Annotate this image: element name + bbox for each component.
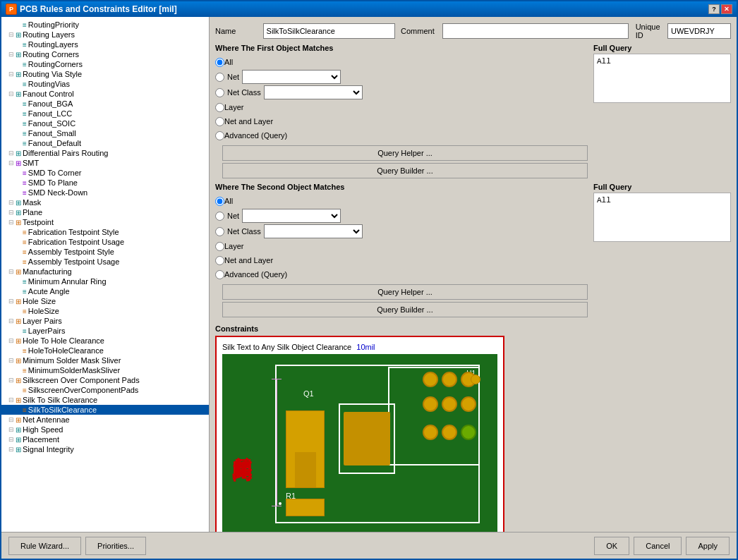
tree-item-mask[interactable]: ⊟ ⊞ Mask [1, 197, 209, 207]
second-net-radio[interactable] [215, 212, 224, 221]
tree-item-hole-size[interactable]: ⊟ ⊞ Hole Size [1, 296, 209, 306]
second-query-helper-button[interactable]: Query Helper ... [222, 284, 588, 300]
first-advanced-radio[interactable] [215, 131, 224, 140]
tree-item-assembly-testpoint-usage[interactable]: ≡ Assembly Testpoint Usage [1, 257, 209, 267]
tree-item-routing-corners[interactable]: ⊟ ⊞ Routing Corners [1, 49, 209, 59]
second-full-query-text: All [593, 193, 731, 242]
tree-item-manufacturing[interactable]: ⊟ ⊞ Manufacturing [1, 267, 209, 276]
tree-item-routing-layers[interactable]: ⊟ ⊞ Routing Layers [1, 30, 209, 39]
ok-button[interactable]: OK [594, 537, 629, 555]
name-input[interactable] [263, 23, 395, 39]
first-net-dropdown[interactable] [242, 70, 341, 84]
tree-item-silkscreen-over[interactable]: ⊟ ⊞ Silkscreen Over Component Pads [1, 375, 209, 385]
tree-item-fanout-small[interactable]: ≡ Fanout_Small [1, 128, 209, 138]
tree-item-routing-via-style[interactable]: ⊟ ⊞ Routing Via Style [1, 69, 209, 79]
tree-item-routing-corners-child[interactable]: ≡ RoutingCorners [1, 59, 209, 69]
first-object-buttons: Query Helper ... Query Builder ... [215, 145, 588, 178]
tree-item-fanout-default[interactable]: ≡ Fanout_Default [1, 138, 209, 148]
tree-item-layerpairs[interactable]: ≡ LayerPairs [1, 326, 209, 336]
measure-line-h-top [272, 379, 282, 379]
tree-item-net-antennae[interactable]: ⊟ ⊞ Net Antennae [1, 415, 209, 425]
first-netclass-radio[interactable] [215, 88, 224, 97]
tree-label-min-solder-mask: Minimum Solder Mask Sliver [23, 356, 121, 365]
help-button[interactable]: ? [708, 4, 720, 14]
tree-item-holesize[interactable]: ≡ HoleSize [1, 306, 209, 316]
tree-item-testpoint[interactable]: ⊟ ⊞ Testpoint [1, 217, 209, 227]
tree-item-smd-neckdown[interactable]: ≡ SMD Neck-Down [1, 188, 209, 197]
right-bot-circles [423, 425, 476, 440]
preview-title: Silk Text to Any Silk Object Clearance 1… [222, 343, 497, 351]
tree-item-fanout-lcc[interactable]: ≡ Fanout_LCC [1, 109, 209, 118]
tree-item-min-solder-mask-child[interactable]: ≡ MinimumSolderMaskSliver [1, 365, 209, 375]
tree-item-layer-pairs[interactable]: ⊟ ⊞ Layer Pairs [1, 316, 209, 326]
circle-9 [461, 425, 476, 440]
tree-item-smd-corner[interactable]: ≡ SMD To Corner [1, 168, 209, 178]
second-object-buttons: Query Helper ... Query Builder ... [215, 284, 588, 317]
tree-item-fanout-soic[interactable]: ≡ Fanout_SOIC [1, 118, 209, 128]
second-net-dropdown[interactable] [242, 209, 341, 223]
tree-item-placement[interactable]: ⊟ ⊞ Placement [1, 434, 209, 444]
first-net-radio[interactable] [215, 73, 224, 82]
window-title: PCB Rules and Constraints Editor [mil] [20, 4, 177, 14]
tree-item-routing-priority[interactable]: ≡ RoutingPriority [1, 20, 209, 30]
close-button[interactable]: ✕ [721, 4, 732, 14]
second-full-query: Full Query All [593, 183, 731, 317]
tree-item-min-annular[interactable]: ≡ Minimum Annular Ring [1, 276, 209, 286]
second-full-query-label: Full Query [593, 183, 731, 191]
priorities-button[interactable]: Priorities... [85, 537, 146, 555]
tree-item-assembly-testpoint-style[interactable]: ≡ Assembly Testpoint Style [1, 247, 209, 257]
second-query-builder-button[interactable]: Query Builder ... [222, 302, 588, 317]
cancel-button[interactable]: Cancel [634, 537, 682, 555]
tree-item-acute-angle[interactable]: ≡ Acute Angle [1, 286, 209, 296]
tree-label-fanout-default: Fanout_Default [28, 139, 81, 147]
tree-item-fab-testpoint-style[interactable]: ≡ Fabrication Testpoint Style [1, 227, 209, 237]
title-bar: P PCB Rules and Constraints Editor [mil]… [1, 1, 737, 17]
main-window: P PCB Rules and Constraints Editor [mil]… [0, 0, 738, 560]
pcb-board: U1 Q1 [261, 354, 497, 532]
unique-id-input[interactable] [667, 23, 731, 39]
second-layer-radio[interactable] [215, 242, 224, 251]
tree-item-plane[interactable]: ⊟ ⊞ Plane [1, 207, 209, 217]
name-row: Name Comment Unique ID [215, 23, 731, 39]
tree-item-routing-layers-child[interactable]: ≡ RoutingLayers [1, 39, 209, 49]
tree-item-hole-to-hole[interactable]: ⊟ ⊞ Hole To Hole Clearance [1, 336, 209, 346]
tree-item-silkscreen-over-child[interactable]: ≡ SilkscreenOverComponentPads [1, 385, 209, 395]
first-query-builder-button[interactable]: Query Builder ... [222, 163, 588, 178]
tree-item-high-speed[interactable]: ⊟ ⊞ High Speed [1, 425, 209, 434]
second-all-row: All [215, 194, 588, 208]
tree-item-routing-vias[interactable]: ≡ RoutingVias [1, 79, 209, 89]
apply-button[interactable]: Apply [686, 537, 730, 555]
first-layer-radio[interactable] [215, 103, 224, 112]
tree-item-silk-to-silk[interactable]: ⊟ ⊞ Silk To Silk Clearance [1, 395, 209, 405]
second-netandlayer-radio[interactable] [215, 256, 224, 265]
tree-item-diff-pairs[interactable]: ⊟ ⊞ Differential Pairs Routing [1, 148, 209, 158]
first-netclass-dropdown[interactable] [264, 85, 363, 99]
tree-item-fab-testpoint-usage[interactable]: ≡ Fabrication Testpoint Usage [1, 237, 209, 247]
first-full-query-label: Full Query [593, 44, 731, 52]
first-all-radio[interactable] [215, 58, 224, 67]
second-all-radio[interactable] [215, 197, 224, 206]
second-layer-row: Layer [215, 239, 588, 253]
measure-line-v [277, 379, 277, 506]
second-netclass-dropdown[interactable] [264, 224, 363, 238]
tree-item-signal-integrity[interactable]: ⊟ ⊞ Signal Integrity [1, 444, 209, 454]
first-query-helper-button[interactable]: Query Helper ... [222, 145, 588, 161]
tree-label-hole-to-hole: Hole To Hole Clearance [23, 336, 104, 345]
second-netclass-label: Net Class [227, 227, 261, 236]
first-netandlayer-radio[interactable] [215, 117, 224, 126]
comment-input[interactable] [442, 23, 628, 39]
second-advanced-radio[interactable] [215, 270, 224, 279]
comment-label: Comment [401, 27, 442, 35]
second-netclass-radio[interactable] [215, 227, 224, 236]
tree-item-min-solder-mask[interactable]: ⊟ ⊞ Minimum Solder Mask Sliver [1, 355, 209, 365]
tree-label-hole-size: Hole Size [23, 297, 56, 305]
tree-item-holetoholeclearance[interactable]: ≡ HoleToHoleClearance [1, 346, 209, 355]
tree-item-smt[interactable]: ⊟ ⊞ SMT [1, 158, 209, 168]
rule-wizard-button[interactable]: Rule Wizard... [8, 537, 81, 555]
tree-item-silk-to-silk-child[interactable]: ≡ SilkToSilkClearance [1, 405, 209, 415]
first-all-row: All [215, 55, 588, 69]
tree-item-smd-plane[interactable]: ≡ SMD To Plane [1, 178, 209, 188]
second-net-label: Net [227, 212, 239, 220]
tree-item-fanout-bga[interactable]: ≡ Fanout_BGA [1, 99, 209, 109]
tree-item-fanout-control[interactable]: ⊟ ⊞ Fanout Control [1, 89, 209, 99]
